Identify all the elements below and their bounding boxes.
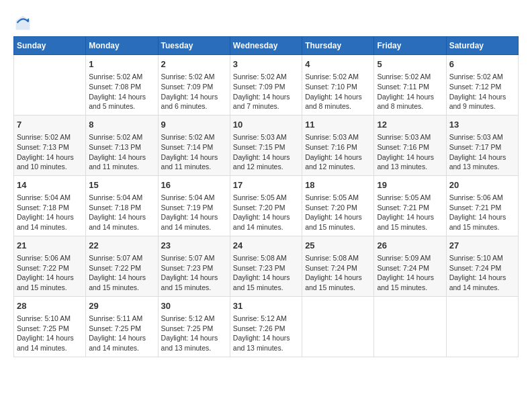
day-info: Sunrise: 5:04 AM Sunset: 7:19 PM Dayligh… <box>161 193 227 232</box>
day-info: Sunrise: 5:08 AM Sunset: 7:24 PM Dayligh… <box>305 253 371 293</box>
calendar-cell: 22Sunrise: 5:07 AM Sunset: 7:22 PM Dayli… <box>86 236 158 296</box>
calendar-table: SundayMondayTuesdayWednesdayThursdayFrid… <box>13 36 519 357</box>
day-info: Sunrise: 5:02 AM Sunset: 7:09 PM Dayligh… <box>161 72 227 111</box>
calendar-cell: 30Sunrise: 5:12 AM Sunset: 7:25 PM Dayli… <box>158 296 230 357</box>
day-info: Sunrise: 5:03 AM Sunset: 7:16 PM Dayligh… <box>305 132 371 172</box>
header-wednesday: Wednesday <box>230 37 302 55</box>
header-friday: Friday <box>374 37 446 55</box>
day-number: 30 <box>161 300 227 312</box>
day-number: 25 <box>305 240 371 252</box>
header-monday: Monday <box>86 37 158 55</box>
day-info: Sunrise: 5:08 AM Sunset: 7:23 PM Dayligh… <box>233 253 299 293</box>
day-number: 23 <box>161 240 227 252</box>
calendar-cell: 7Sunrise: 5:02 AM Sunset: 7:13 PM Daylig… <box>14 115 86 175</box>
day-number: 10 <box>233 119 299 131</box>
calendar-header: SundayMondayTuesdayWednesdayThursdayFrid… <box>14 37 519 55</box>
calendar-cell: 2Sunrise: 5:02 AM Sunset: 7:09 PM Daylig… <box>158 55 230 116</box>
logo-icon <box>13 13 32 32</box>
day-number: 3 <box>233 58 299 71</box>
header-sunday: Sunday <box>14 37 86 55</box>
day-number: 27 <box>449 240 515 252</box>
day-number: 12 <box>377 119 443 131</box>
calendar-cell: 6Sunrise: 5:02 AM Sunset: 7:12 PM Daylig… <box>446 55 518 116</box>
day-number: 1 <box>89 58 154 71</box>
calendar-cell: 1Sunrise: 5:02 AM Sunset: 7:08 PM Daylig… <box>86 55 158 116</box>
day-info: Sunrise: 5:04 AM Sunset: 7:18 PM Dayligh… <box>89 193 154 232</box>
calendar-cell: 15Sunrise: 5:04 AM Sunset: 7:18 PM Dayli… <box>86 175 158 236</box>
calendar-cell: 3Sunrise: 5:02 AM Sunset: 7:09 PM Daylig… <box>230 55 302 116</box>
header-thursday: Thursday <box>302 37 374 55</box>
calendar-cell <box>302 296 374 357</box>
week-row-3: 14Sunrise: 5:04 AM Sunset: 7:18 PM Dayli… <box>14 175 519 236</box>
day-info: Sunrise: 5:02 AM Sunset: 7:13 PM Dayligh… <box>89 132 154 172</box>
calendar-cell: 5Sunrise: 5:02 AM Sunset: 7:11 PM Daylig… <box>374 55 446 116</box>
day-info: Sunrise: 5:05 AM Sunset: 7:20 PM Dayligh… <box>233 193 299 232</box>
day-number: 8 <box>89 119 154 131</box>
calendar-cell: 12Sunrise: 5:03 AM Sunset: 7:16 PM Dayli… <box>374 115 446 175</box>
calendar-cell: 17Sunrise: 5:05 AM Sunset: 7:20 PM Dayli… <box>230 175 302 236</box>
calendar-cell: 19Sunrise: 5:05 AM Sunset: 7:21 PM Dayli… <box>374 175 446 236</box>
calendar-cell: 8Sunrise: 5:02 AM Sunset: 7:13 PM Daylig… <box>86 115 158 175</box>
day-info: Sunrise: 5:10 AM Sunset: 7:25 PM Dayligh… <box>17 314 83 353</box>
day-info: Sunrise: 5:05 AM Sunset: 7:20 PM Dayligh… <box>305 193 371 232</box>
day-number: 11 <box>305 119 371 131</box>
week-row-4: 21Sunrise: 5:06 AM Sunset: 7:22 PM Dayli… <box>14 236 519 296</box>
day-number: 19 <box>377 179 443 191</box>
day-number: 15 <box>89 179 154 191</box>
week-row-2: 7Sunrise: 5:02 AM Sunset: 7:13 PM Daylig… <box>14 115 519 175</box>
day-number: 2 <box>161 58 227 71</box>
day-number: 29 <box>89 300 154 312</box>
day-info: Sunrise: 5:10 AM Sunset: 7:24 PM Dayligh… <box>449 253 515 293</box>
page-header <box>13 13 519 32</box>
week-row-1: 1Sunrise: 5:02 AM Sunset: 7:08 PM Daylig… <box>14 55 519 116</box>
day-info: Sunrise: 5:04 AM Sunset: 7:18 PM Dayligh… <box>17 193 83 232</box>
calendar-cell: 13Sunrise: 5:03 AM Sunset: 7:17 PM Dayli… <box>446 115 518 175</box>
day-number: 17 <box>233 179 299 191</box>
day-info: Sunrise: 5:02 AM Sunset: 7:12 PM Dayligh… <box>449 72 515 111</box>
calendar-cell <box>446 296 518 357</box>
day-number: 21 <box>17 240 83 252</box>
calendar-cell: 10Sunrise: 5:03 AM Sunset: 7:15 PM Dayli… <box>230 115 302 175</box>
day-info: Sunrise: 5:03 AM Sunset: 7:15 PM Dayligh… <box>233 132 299 172</box>
day-info: Sunrise: 5:11 AM Sunset: 7:25 PM Dayligh… <box>89 314 154 353</box>
calendar-cell: 16Sunrise: 5:04 AM Sunset: 7:19 PM Dayli… <box>158 175 230 236</box>
day-number: 6 <box>449 58 515 71</box>
day-number: 24 <box>233 240 299 252</box>
calendar-cell: 18Sunrise: 5:05 AM Sunset: 7:20 PM Dayli… <box>302 175 374 236</box>
week-row-5: 28Sunrise: 5:10 AM Sunset: 7:25 PM Dayli… <box>14 296 519 357</box>
day-number: 4 <box>305 58 371 71</box>
day-info: Sunrise: 5:06 AM Sunset: 7:22 PM Dayligh… <box>17 253 83 293</box>
day-number: 26 <box>377 240 443 252</box>
calendar-cell: 27Sunrise: 5:10 AM Sunset: 7:24 PM Dayli… <box>446 236 518 296</box>
calendar-cell: 26Sunrise: 5:09 AM Sunset: 7:24 PM Dayli… <box>374 236 446 296</box>
day-number: 18 <box>305 179 371 191</box>
day-number: 20 <box>449 179 515 191</box>
day-number: 22 <box>89 240 154 252</box>
day-info: Sunrise: 5:12 AM Sunset: 7:25 PM Dayligh… <box>161 314 227 353</box>
day-number: 5 <box>377 58 443 71</box>
day-info: Sunrise: 5:02 AM Sunset: 7:11 PM Dayligh… <box>377 72 443 111</box>
day-number: 16 <box>161 179 227 191</box>
day-info: Sunrise: 5:02 AM Sunset: 7:13 PM Dayligh… <box>17 132 83 172</box>
day-info: Sunrise: 5:07 AM Sunset: 7:23 PM Dayligh… <box>161 253 227 293</box>
header-saturday: Saturday <box>446 37 518 55</box>
calendar-cell <box>14 55 86 116</box>
day-number: 28 <box>17 300 83 312</box>
calendar-cell: 24Sunrise: 5:08 AM Sunset: 7:23 PM Dayli… <box>230 236 302 296</box>
day-info: Sunrise: 5:12 AM Sunset: 7:26 PM Dayligh… <box>233 314 299 353</box>
calendar-cell: 20Sunrise: 5:06 AM Sunset: 7:21 PM Dayli… <box>446 175 518 236</box>
day-info: Sunrise: 5:02 AM Sunset: 7:09 PM Dayligh… <box>233 72 299 111</box>
calendar-cell <box>374 296 446 357</box>
day-number: 9 <box>161 119 227 131</box>
day-number: 13 <box>449 119 515 131</box>
day-info: Sunrise: 5:02 AM Sunset: 7:14 PM Dayligh… <box>161 132 227 172</box>
day-info: Sunrise: 5:03 AM Sunset: 7:16 PM Dayligh… <box>377 132 443 172</box>
calendar-cell: 9Sunrise: 5:02 AM Sunset: 7:14 PM Daylig… <box>158 115 230 175</box>
day-info: Sunrise: 5:03 AM Sunset: 7:17 PM Dayligh… <box>449 132 515 172</box>
calendar-cell: 25Sunrise: 5:08 AM Sunset: 7:24 PM Dayli… <box>302 236 374 296</box>
day-info: Sunrise: 5:02 AM Sunset: 7:08 PM Dayligh… <box>89 72 154 111</box>
day-number: 14 <box>17 179 83 191</box>
day-info: Sunrise: 5:05 AM Sunset: 7:21 PM Dayligh… <box>377 193 443 232</box>
calendar-cell: 23Sunrise: 5:07 AM Sunset: 7:23 PM Dayli… <box>158 236 230 296</box>
calendar-cell: 29Sunrise: 5:11 AM Sunset: 7:25 PM Dayli… <box>86 296 158 357</box>
